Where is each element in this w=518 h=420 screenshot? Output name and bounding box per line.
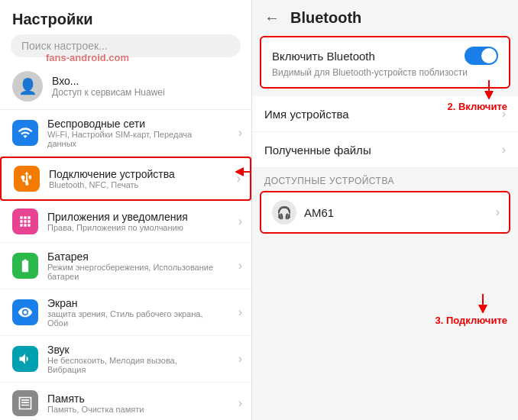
menu-item-wireless[interactable]: Беспроводные сети Wi-Fi, Настройки SIM-к… bbox=[0, 110, 251, 157]
wireless-text: Беспроводные сети Wi-Fi, Настройки SIM-к… bbox=[47, 118, 215, 148]
back-button[interactable]: ← bbox=[264, 9, 280, 27]
menu-item-sound[interactable]: Звук Не беспокоить, Мелодия вызова, Вибр… bbox=[0, 336, 251, 383]
toggle-row: Включить Bluetooth bbox=[272, 47, 498, 65]
memory-subtitle: Память, Очистка памяти bbox=[47, 405, 144, 414]
device-am61-icon: 🎧 bbox=[272, 200, 296, 225]
wireless-title: Беспроводные сети bbox=[47, 118, 215, 130]
wireless-subtitle: Wi-Fi, Настройки SIM-карт, Передача данн… bbox=[47, 130, 215, 148]
apps-chevron: › bbox=[238, 215, 242, 228]
search-bar[interactable]: Поиск настроек... bbox=[11, 34, 241, 57]
toggle-subtitle: Видимый для Bluetooth-устройств поблизос… bbox=[272, 67, 498, 78]
sound-title: Звук bbox=[47, 344, 215, 356]
annotation-connect: 3. Подключите bbox=[435, 315, 508, 326]
menu-item-device-connection[interactable]: Подключение устройства Bluetooth, NFC, П… bbox=[0, 157, 251, 201]
received-files-label: Полученные файлы bbox=[264, 144, 371, 157]
device-am61-name: AM61 bbox=[304, 206, 334, 219]
sound-icon bbox=[12, 346, 38, 372]
device-am61[interactable]: 🎧 AM61 › bbox=[260, 191, 510, 234]
memory-text: Память Память, Очистка памяти bbox=[47, 393, 144, 414]
received-files-chevron: › bbox=[502, 143, 506, 157]
right-menu-device-name[interactable]: Имя устройства › bbox=[252, 96, 518, 132]
sound-chevron: › bbox=[238, 352, 242, 366]
device-am61-chevron: › bbox=[496, 205, 500, 219]
menu-item-apps[interactable]: Приложения и уведомления Права, Приложен… bbox=[0, 201, 251, 243]
apps-text: Приложения и уведомления Права, Приложен… bbox=[47, 211, 188, 232]
sound-subtitle: Не беспокоить, Мелодия вызова, Вибрация bbox=[47, 356, 215, 374]
search-placeholder: Поиск настроек... bbox=[21, 40, 108, 52]
available-devices-header: ДОСТУПНЫЕ УСТРОЙСТВА bbox=[252, 168, 518, 191]
memory-title: Память bbox=[47, 393, 144, 405]
toggle-label: Включить Bluetooth bbox=[272, 50, 375, 63]
battery-icon bbox=[12, 253, 38, 279]
profile-text: Вхо... Доступ к сервисам Huawei bbox=[52, 75, 165, 98]
apps-icon bbox=[12, 208, 38, 234]
device-name-chevron: › bbox=[502, 107, 506, 121]
left-panel: Настройки Поиск настроек... 👤 Вхо... Дос… bbox=[0, 0, 252, 420]
arrow-connect-icon bbox=[452, 290, 490, 313]
battery-text: Батарея Режим энергосбережения, Использо… bbox=[47, 250, 215, 281]
display-text: Экран защита зрения, Стиль рабочего экра… bbox=[47, 297, 215, 328]
device-connection-chevron: › bbox=[237, 172, 241, 186]
bluetooth-title: Bluetooth bbox=[290, 9, 361, 27]
display-icon bbox=[12, 299, 38, 325]
profile-row[interactable]: 👤 Вхо... Доступ к сервисам Huawei bbox=[0, 63, 251, 110]
profile-name: Вхо... bbox=[52, 75, 165, 87]
memory-chevron: › bbox=[238, 396, 242, 410]
battery-title: Батарея bbox=[47, 250, 215, 263]
settings-title: Настройки bbox=[0, 0, 251, 34]
display-subtitle: защита зрения, Стиль рабочего экрана, Об… bbox=[47, 309, 215, 328]
apps-title: Приложения и уведомления bbox=[47, 211, 188, 223]
device-connection-title: Подключение устройства bbox=[49, 168, 175, 180]
bluetooth-toggle[interactable] bbox=[465, 47, 498, 65]
menu-item-battery[interactable]: Батарея Режим энергосбережения, Использо… bbox=[0, 243, 251, 289]
memory-icon bbox=[12, 390, 38, 416]
device-name-label: Имя устройства bbox=[264, 108, 349, 121]
right-panel: ← Bluetooth Включить Bluetooth Видимый д… bbox=[252, 0, 518, 420]
wireless-icon bbox=[12, 120, 38, 146]
avatar: 👤 bbox=[12, 71, 43, 102]
right-header: ← Bluetooth bbox=[252, 0, 518, 36]
bluetooth-toggle-card: Включить Bluetooth Видимый для Bluetooth… bbox=[260, 36, 510, 89]
device-connection-icon bbox=[14, 166, 40, 192]
apps-subtitle: Права, Приложения по умолчанию bbox=[47, 223, 188, 232]
display-title: Экран bbox=[47, 297, 215, 309]
device-connection-text: Подключение устройства Bluetooth, NFC, П… bbox=[49, 168, 175, 189]
sound-text: Звук Не беспокоить, Мелодия вызова, Вибр… bbox=[47, 344, 215, 374]
wireless-chevron: › bbox=[238, 126, 242, 140]
right-menu-received-files[interactable]: Полученные файлы › bbox=[252, 132, 518, 168]
battery-subtitle: Режим энергосбережения, Использование ба… bbox=[47, 263, 215, 281]
menu-item-display[interactable]: Экран защита зрения, Стиль рабочего экра… bbox=[0, 289, 251, 336]
profile-subtitle: Доступ к сервисам Huawei bbox=[52, 87, 165, 98]
menu-item-memory[interactable]: Память Память, Очистка памяти › bbox=[0, 383, 251, 420]
display-chevron: › bbox=[238, 305, 242, 319]
device-connection-subtitle: Bluetooth, NFC, Печать bbox=[49, 180, 175, 189]
battery-chevron: › bbox=[238, 259, 242, 273]
